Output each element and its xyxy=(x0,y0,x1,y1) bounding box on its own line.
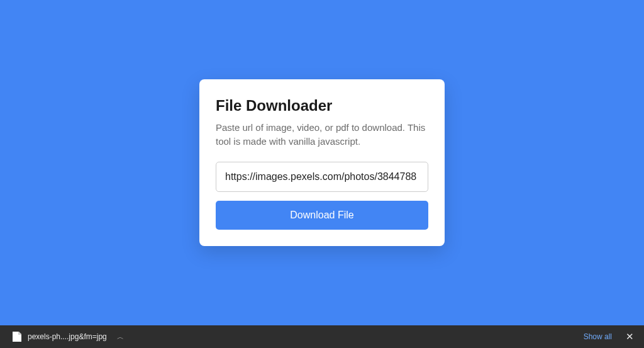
download-button[interactable]: Download File xyxy=(216,201,428,230)
browser-download-bar: pexels-ph....jpg&fm=jpg ︿ Show all ✕ xyxy=(0,325,644,348)
close-icon[interactable]: ✕ xyxy=(623,331,636,342)
card-description: Paste url of image, video, or pdf to dow… xyxy=(216,121,428,149)
download-filename: pexels-ph....jpg&fm=jpg xyxy=(28,332,107,341)
card-title: File Downloader xyxy=(216,97,428,115)
file-icon xyxy=(13,332,21,342)
show-all-link[interactable]: Show all xyxy=(584,332,612,341)
chevron-up-icon[interactable]: ︿ xyxy=(117,332,124,342)
page-background: File Downloader Paste url of image, vide… xyxy=(0,0,644,325)
downloader-card: File Downloader Paste url of image, vide… xyxy=(199,79,445,247)
url-input[interactable] xyxy=(216,162,428,192)
download-item[interactable]: pexels-ph....jpg&fm=jpg ︿ xyxy=(8,329,129,344)
